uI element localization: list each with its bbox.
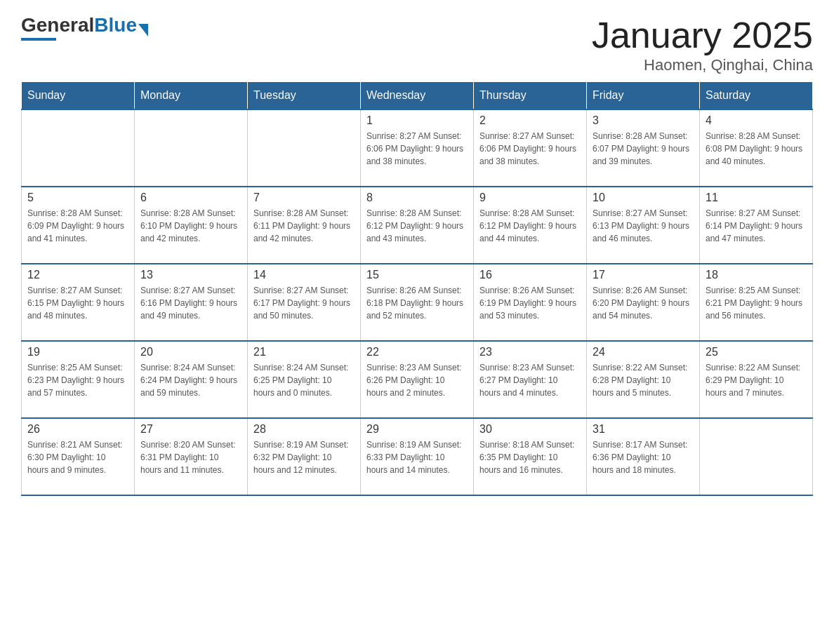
day-number: 23 xyxy=(479,346,581,358)
calendar-cell: 4Sunrise: 8:28 AM Sunset: 6:08 PM Daylig… xyxy=(700,109,813,187)
calendar-cell: 11Sunrise: 8:27 AM Sunset: 6:14 PM Dayli… xyxy=(700,187,813,264)
calendar-cell: 30Sunrise: 8:18 AM Sunset: 6:35 PM Dayli… xyxy=(474,418,587,495)
day-number: 22 xyxy=(366,346,468,358)
header-wednesday: Wednesday xyxy=(361,82,474,110)
calendar-cell: 12Sunrise: 8:27 AM Sunset: 6:15 PM Dayli… xyxy=(22,264,135,341)
day-number: 2 xyxy=(479,114,581,127)
day-info: Sunrise: 8:27 AM Sunset: 6:15 PM Dayligh… xyxy=(27,284,128,322)
calendar-week-1: 1Sunrise: 8:27 AM Sunset: 6:06 PM Daylig… xyxy=(22,109,813,187)
day-number: 14 xyxy=(253,269,355,281)
day-info: Sunrise: 8:27 AM Sunset: 6:16 PM Dayligh… xyxy=(140,284,241,322)
page-header: General Blue January 2025 Haomen, Qingha… xyxy=(21,14,813,74)
day-info: Sunrise: 8:28 AM Sunset: 6:07 PM Dayligh… xyxy=(593,130,694,168)
calendar-cell: 29Sunrise: 8:19 AM Sunset: 6:33 PM Dayli… xyxy=(361,418,474,495)
day-number: 28 xyxy=(253,423,355,436)
day-number: 8 xyxy=(366,192,468,204)
calendar-cell: 16Sunrise: 8:26 AM Sunset: 6:19 PM Dayli… xyxy=(474,264,587,341)
day-number: 29 xyxy=(366,423,468,436)
day-number: 30 xyxy=(479,423,581,436)
calendar-title: January 2025 xyxy=(592,14,813,56)
day-info: Sunrise: 8:26 AM Sunset: 6:18 PM Dayligh… xyxy=(366,284,468,322)
calendar-header-row: SundayMondayTuesdayWednesdayThursdayFrid… xyxy=(22,82,813,110)
day-info: Sunrise: 8:22 AM Sunset: 6:29 PM Dayligh… xyxy=(706,361,807,399)
day-number: 17 xyxy=(593,269,694,281)
calendar-cell: 31Sunrise: 8:17 AM Sunset: 6:36 PM Dayli… xyxy=(587,418,700,495)
calendar-cell: 26Sunrise: 8:21 AM Sunset: 6:30 PM Dayli… xyxy=(22,418,135,495)
calendar-cell: 19Sunrise: 8:25 AM Sunset: 6:23 PM Dayli… xyxy=(22,341,135,418)
calendar-cell: 10Sunrise: 8:27 AM Sunset: 6:13 PM Dayli… xyxy=(587,187,700,264)
calendar-subtitle: Haomen, Qinghai, China xyxy=(592,56,813,74)
day-info: Sunrise: 8:20 AM Sunset: 6:31 PM Dayligh… xyxy=(140,438,241,476)
day-number: 18 xyxy=(706,269,807,281)
calendar-week-3: 12Sunrise: 8:27 AM Sunset: 6:15 PM Dayli… xyxy=(22,264,813,341)
calendar-cell: 25Sunrise: 8:22 AM Sunset: 6:29 PM Dayli… xyxy=(700,341,813,418)
day-number: 10 xyxy=(593,192,694,204)
day-info: Sunrise: 8:27 AM Sunset: 6:17 PM Dayligh… xyxy=(253,284,355,322)
day-number: 13 xyxy=(140,269,241,281)
header-friday: Friday xyxy=(587,82,700,110)
day-info: Sunrise: 8:19 AM Sunset: 6:33 PM Dayligh… xyxy=(366,438,468,476)
logo-general: General xyxy=(21,14,94,36)
calendar-cell xyxy=(248,109,361,187)
calendar-cell xyxy=(135,109,248,187)
day-info: Sunrise: 8:27 AM Sunset: 6:14 PM Dayligh… xyxy=(706,207,807,245)
day-info: Sunrise: 8:25 AM Sunset: 6:23 PM Dayligh… xyxy=(27,361,128,399)
calendar-cell: 14Sunrise: 8:27 AM Sunset: 6:17 PM Dayli… xyxy=(248,264,361,341)
calendar-cell xyxy=(22,109,135,187)
calendar-cell: 2Sunrise: 8:27 AM Sunset: 6:06 PM Daylig… xyxy=(474,109,587,187)
calendar-cell: 22Sunrise: 8:23 AM Sunset: 6:26 PM Dayli… xyxy=(361,341,474,418)
day-info: Sunrise: 8:25 AM Sunset: 6:21 PM Dayligh… xyxy=(706,284,807,322)
day-info: Sunrise: 8:28 AM Sunset: 6:08 PM Dayligh… xyxy=(706,130,807,168)
day-info: Sunrise: 8:28 AM Sunset: 6:11 PM Dayligh… xyxy=(253,207,355,245)
day-info: Sunrise: 8:24 AM Sunset: 6:24 PM Dayligh… xyxy=(140,361,241,399)
day-info: Sunrise: 8:28 AM Sunset: 6:12 PM Dayligh… xyxy=(479,207,581,245)
day-info: Sunrise: 8:17 AM Sunset: 6:36 PM Dayligh… xyxy=(593,438,694,476)
title-section: January 2025 Haomen, Qinghai, China xyxy=(592,14,813,74)
logo-blue: Blue xyxy=(94,14,137,36)
logo-underline xyxy=(21,38,56,41)
calendar-cell: 21Sunrise: 8:24 AM Sunset: 6:25 PM Dayli… xyxy=(248,341,361,418)
day-number: 9 xyxy=(479,192,581,204)
day-info: Sunrise: 8:27 AM Sunset: 6:13 PM Dayligh… xyxy=(593,207,694,245)
calendar-week-2: 5Sunrise: 8:28 AM Sunset: 6:09 PM Daylig… xyxy=(22,187,813,264)
day-info: Sunrise: 8:28 AM Sunset: 6:12 PM Dayligh… xyxy=(366,207,468,245)
calendar-cell: 7Sunrise: 8:28 AM Sunset: 6:11 PM Daylig… xyxy=(248,187,361,264)
day-info: Sunrise: 8:27 AM Sunset: 6:06 PM Dayligh… xyxy=(479,130,581,168)
header-tuesday: Tuesday xyxy=(248,82,361,110)
day-info: Sunrise: 8:21 AM Sunset: 6:30 PM Dayligh… xyxy=(27,438,128,476)
calendar-cell: 27Sunrise: 8:20 AM Sunset: 6:31 PM Dayli… xyxy=(135,418,248,495)
day-number: 19 xyxy=(27,346,128,358)
day-info: Sunrise: 8:22 AM Sunset: 6:28 PM Dayligh… xyxy=(593,361,694,399)
day-info: Sunrise: 8:18 AM Sunset: 6:35 PM Dayligh… xyxy=(479,438,581,476)
day-number: 20 xyxy=(140,346,241,358)
calendar-table: SundayMondayTuesdayWednesdayThursdayFrid… xyxy=(21,81,813,496)
calendar-cell: 9Sunrise: 8:28 AM Sunset: 6:12 PM Daylig… xyxy=(474,187,587,264)
day-info: Sunrise: 8:24 AM Sunset: 6:25 PM Dayligh… xyxy=(253,361,355,399)
calendar-cell: 13Sunrise: 8:27 AM Sunset: 6:16 PM Dayli… xyxy=(135,264,248,341)
day-number: 26 xyxy=(27,423,128,436)
day-number: 5 xyxy=(27,192,128,204)
day-number: 27 xyxy=(140,423,241,436)
day-info: Sunrise: 8:26 AM Sunset: 6:20 PM Dayligh… xyxy=(593,284,694,322)
header-sunday: Sunday xyxy=(22,82,135,110)
day-info: Sunrise: 8:19 AM Sunset: 6:32 PM Dayligh… xyxy=(253,438,355,476)
header-monday: Monday xyxy=(135,82,248,110)
day-number: 12 xyxy=(27,269,128,281)
calendar-cell: 28Sunrise: 8:19 AM Sunset: 6:32 PM Dayli… xyxy=(248,418,361,495)
day-number: 7 xyxy=(253,192,355,204)
header-thursday: Thursday xyxy=(474,82,587,110)
day-info: Sunrise: 8:28 AM Sunset: 6:10 PM Dayligh… xyxy=(140,207,241,245)
calendar-cell: 5Sunrise: 8:28 AM Sunset: 6:09 PM Daylig… xyxy=(22,187,135,264)
calendar-cell: 17Sunrise: 8:26 AM Sunset: 6:20 PM Dayli… xyxy=(587,264,700,341)
day-number: 6 xyxy=(140,192,241,204)
day-number: 15 xyxy=(366,269,468,281)
day-number: 24 xyxy=(593,346,694,358)
day-number: 25 xyxy=(706,346,807,358)
calendar-week-4: 19Sunrise: 8:25 AM Sunset: 6:23 PM Dayli… xyxy=(22,341,813,418)
day-number: 11 xyxy=(706,192,807,204)
day-number: 3 xyxy=(593,114,694,127)
day-info: Sunrise: 8:27 AM Sunset: 6:06 PM Dayligh… xyxy=(366,130,468,168)
day-info: Sunrise: 8:28 AM Sunset: 6:09 PM Dayligh… xyxy=(27,207,128,245)
calendar-cell: 6Sunrise: 8:28 AM Sunset: 6:10 PM Daylig… xyxy=(135,187,248,264)
calendar-cell: 8Sunrise: 8:28 AM Sunset: 6:12 PM Daylig… xyxy=(361,187,474,264)
